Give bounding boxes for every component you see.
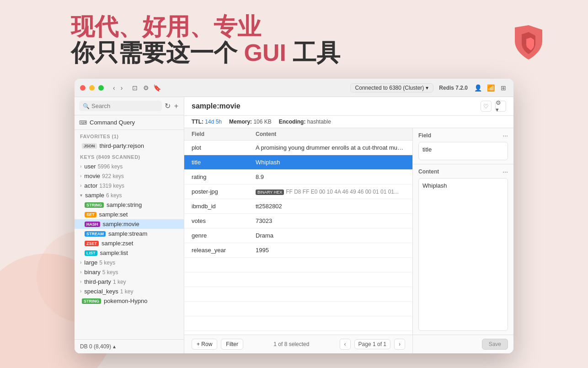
- chevron-right-icon: ›: [80, 270, 81, 275]
- page-info: 1 of 8 selected: [273, 341, 309, 347]
- split-view-icon[interactable]: ⊡: [131, 84, 139, 92]
- encoding-value: hashtable: [307, 119, 331, 125]
- table-row[interactable]: genre Drama: [184, 228, 412, 243]
- settings-icon[interactable]: ⚙: [142, 84, 150, 92]
- favorites-item[interactable]: JSON third-party:rejson: [75, 141, 184, 151]
- content-section: Content ··· Whiplash: [413, 164, 513, 335]
- key-item-pokemon[interactable]: STRING pokemon-Hypno: [75, 296, 184, 306]
- table-row[interactable]: plot A promising young drummer enrolls a…: [184, 141, 412, 155]
- content-pane: Field Content plot A promising young dru…: [184, 128, 513, 353]
- page-indicator[interactable]: Page 1 of 1: [354, 339, 390, 349]
- nav-buttons: ‹ ›: [111, 83, 124, 92]
- next-page-button[interactable]: ›: [394, 339, 405, 350]
- content-label: Content: [418, 168, 439, 175]
- content-more-icon[interactable]: ···: [502, 168, 508, 175]
- table-row[interactable]: poster-jpg BINARY HEXFF D8 FF E0 00 10 4…: [184, 184, 412, 199]
- key-group-user[interactable]: › user 5996 keys: [75, 162, 184, 171]
- chevron-up-icon: ▴: [113, 343, 116, 350]
- header-text-gui: GUI: [244, 39, 286, 66]
- favorite-icon[interactable]: ♡: [481, 101, 492, 112]
- filter-button[interactable]: Filter: [221, 339, 243, 350]
- key-group-movie[interactable]: › movie 922 keys: [75, 171, 184, 181]
- favorites-item-name: third-party:rejson: [100, 142, 144, 149]
- table-pane: Field Content plot A promising young dru…: [184, 128, 413, 353]
- layout-icon[interactable]: ⊞: [499, 83, 508, 92]
- chevron-right-icon: ›: [80, 289, 81, 294]
- bookmark-icon[interactable]: 🔖: [153, 84, 161, 92]
- field-more-icon[interactable]: ···: [502, 132, 508, 139]
- type-badge-hash: HASH: [85, 222, 100, 227]
- type-badge-stream: STREAM: [85, 231, 106, 237]
- search-input-wrapper[interactable]: 🔍: [79, 101, 162, 111]
- close-button[interactable]: [80, 85, 86, 91]
- keys-header: KEYS (8409 SCANNED): [75, 151, 184, 162]
- binary-hex-badge: BINARY HEX: [256, 189, 284, 195]
- refresh-button[interactable]: ↻: [164, 101, 171, 111]
- search-icon: 🔍: [83, 103, 90, 109]
- key-name: sample:movie: [192, 102, 475, 110]
- field-header: Field ···: [418, 132, 508, 139]
- key-item-sample-string[interactable]: STRING sample:string: [75, 200, 184, 210]
- key-group-actor[interactable]: › actor 1319 keys: [75, 181, 184, 190]
- connection-badge[interactable]: Connected to 6380 (Cluster) ▾: [350, 83, 434, 92]
- memory-value: 106 KB: [253, 119, 271, 125]
- field-label: Field: [418, 132, 431, 139]
- col-header-content: Content: [248, 131, 412, 137]
- encoding-info: Encoding: hashtable: [279, 119, 331, 125]
- content-value-box[interactable]: Whiplash: [418, 178, 508, 331]
- chevron-right-icon: ›: [80, 164, 81, 169]
- key-item-sample-list[interactable]: LIST sample:list: [75, 248, 184, 258]
- app-body: 🔍 ↻ + ⌨ Command Query FAVORITES (1) JSON…: [75, 97, 513, 353]
- command-query-nav[interactable]: ⌨ Command Query: [75, 115, 184, 130]
- settings-dropdown-icon[interactable]: ⚙ ▾: [495, 101, 506, 112]
- table-row[interactable]: rating 8.9: [184, 170, 412, 184]
- search-input[interactable]: [91, 103, 158, 109]
- app-logo: [506, 18, 551, 64]
- table-row[interactable]: ibmdb_id tt2582802: [184, 199, 412, 214]
- maximize-button[interactable]: [98, 85, 104, 91]
- header-line2: 你只需要这一个 GUI 工具: [71, 40, 340, 66]
- key-item-sample-stream[interactable]: STREAM sample:stream: [75, 229, 184, 238]
- wifi-icon[interactable]: 📶: [486, 83, 495, 92]
- col-header-field: Field: [184, 131, 248, 137]
- key-group-binary[interactable]: › binary 5 keys: [75, 267, 184, 277]
- field-value-box[interactable]: title: [418, 142, 508, 160]
- add-row-button[interactable]: + Row: [192, 339, 217, 350]
- ttl-label: TTL: 14d 5h: [192, 119, 222, 125]
- connection-label: Connected to 6380 (Cluster): [355, 85, 424, 91]
- key-item-sample-zset[interactable]: ZSET sample:zset: [75, 238, 184, 248]
- connection-info: Connected to 6380 (Cluster) ▾ Redis 7.2.…: [350, 83, 508, 92]
- main-content: sample:movie ♡ ⚙ ▾ TTL: 14d 5h Memory: 1…: [184, 97, 513, 353]
- type-badge-set: SET: [85, 212, 96, 217]
- add-key-button[interactable]: +: [173, 101, 179, 111]
- table-row-selected[interactable]: title Whiplash: [184, 155, 412, 170]
- forward-button[interactable]: ›: [119, 83, 125, 92]
- type-badge-string: STRING: [85, 202, 104, 208]
- key-group-large[interactable]: › large 5 keys: [75, 258, 184, 267]
- key-item-sample-movie[interactable]: HASH sample:movie: [75, 219, 184, 229]
- chevron-right-icon: ›: [80, 173, 81, 179]
- prev-page-button[interactable]: ‹: [340, 339, 351, 350]
- key-group-special-keys[interactable]: › special_keys 1 key: [75, 287, 184, 296]
- key-group-sample[interactable]: ▾ sample 6 keys: [75, 190, 184, 200]
- db-selector[interactable]: DB 0 (8,409) ▴: [75, 339, 184, 353]
- table-row[interactable]: release_year 1995: [184, 243, 412, 258]
- search-bar: 🔍 ↻ +: [75, 97, 184, 115]
- chevron-right-icon: ›: [80, 260, 81, 265]
- save-button[interactable]: Save: [482, 339, 508, 350]
- key-group-third-party[interactable]: › third-party 1 key: [75, 277, 184, 287]
- page-label: Page 1 of 1: [358, 341, 386, 347]
- user-icon[interactable]: 👤: [473, 83, 482, 92]
- title-bar-right-icons: 👤 📶 ⊞: [473, 83, 508, 92]
- type-badge-list: LIST: [85, 250, 97, 256]
- back-button[interactable]: ‹: [111, 83, 117, 92]
- table-footer: + Row Filter 1 of 8 selected ‹ Page 1 of…: [184, 335, 412, 353]
- type-badge-zset: ZSET: [85, 241, 99, 246]
- header-text-line1: 现代、好用、专业: [71, 13, 261, 40]
- table-header: Field Content: [184, 128, 412, 141]
- add-row-label: + Row: [197, 341, 212, 347]
- minimize-button[interactable]: [89, 85, 95, 91]
- key-item-sample-set[interactable]: SET sample:set: [75, 210, 184, 219]
- table-row[interactable]: votes 73023: [184, 214, 412, 228]
- ttl-value[interactable]: 14d 5h: [205, 119, 222, 125]
